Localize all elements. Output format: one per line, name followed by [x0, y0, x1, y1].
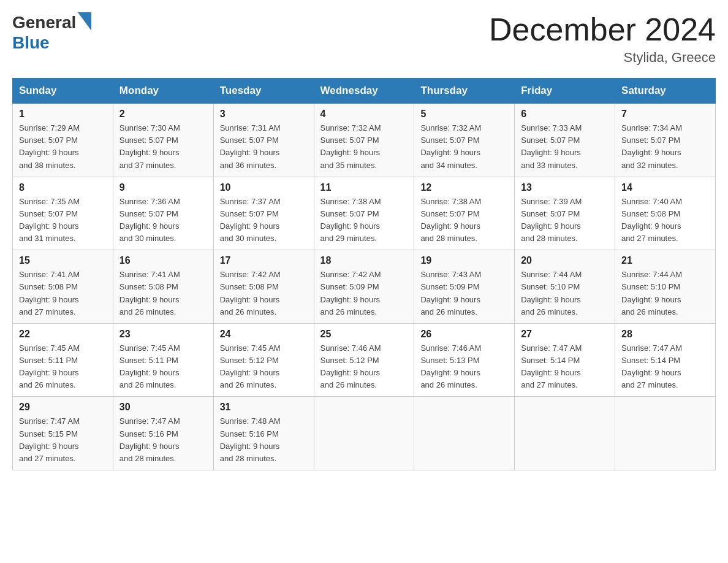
day-number: 14 [621, 182, 709, 193]
day-info: Sunrise: 7:34 AM Sunset: 5:07 PM Dayligh… [621, 122, 709, 172]
day-info: Sunrise: 7:42 AM Sunset: 5:08 PM Dayligh… [220, 269, 308, 318]
day-number: 9 [119, 182, 207, 193]
day-cell: 15 Sunrise: 7:41 AM Sunset: 5:08 PM Dayl… [13, 250, 113, 324]
calendar-header-row: SundayMondayTuesdayWednesdayThursdayFrid… [13, 79, 716, 104]
month-title: December 2024 [489, 12, 716, 47]
day-info: Sunrise: 7:41 AM Sunset: 5:08 PM Dayligh… [19, 269, 107, 318]
day-cell: 3 Sunrise: 7:31 AM Sunset: 5:07 PM Dayli… [213, 104, 314, 177]
header-wednesday: Wednesday [314, 79, 414, 104]
day-info: Sunrise: 7:38 AM Sunset: 5:07 PM Dayligh… [420, 196, 508, 245]
day-info: Sunrise: 7:45 AM Sunset: 5:12 PM Dayligh… [220, 342, 308, 392]
day-info: Sunrise: 7:36 AM Sunset: 5:07 PM Dayligh… [119, 196, 207, 245]
week-row-1: 1 Sunrise: 7:29 AM Sunset: 5:07 PM Dayli… [13, 104, 716, 177]
logo-blue-text: Blue [12, 33, 50, 52]
day-number: 31 [220, 402, 308, 413]
day-info: Sunrise: 7:45 AM Sunset: 5:11 PM Dayligh… [119, 342, 207, 392]
day-info: Sunrise: 7:32 AM Sunset: 5:07 PM Dayligh… [320, 122, 408, 172]
day-number: 11 [320, 182, 408, 193]
day-number: 30 [119, 402, 207, 413]
day-cell: 18 Sunrise: 7:42 AM Sunset: 5:09 PM Dayl… [314, 250, 414, 324]
day-info: Sunrise: 7:47 AM Sunset: 5:14 PM Dayligh… [521, 342, 609, 392]
day-number: 16 [119, 255, 207, 266]
day-info: Sunrise: 7:38 AM Sunset: 5:07 PM Dayligh… [320, 196, 408, 245]
day-number: 1 [19, 109, 107, 120]
day-number: 26 [420, 329, 508, 340]
day-cell: 12 Sunrise: 7:38 AM Sunset: 5:07 PM Dayl… [414, 177, 515, 250]
day-number: 25 [320, 329, 408, 340]
day-number: 8 [19, 182, 107, 193]
header-friday: Friday [515, 79, 615, 104]
day-cell: 16 Sunrise: 7:41 AM Sunset: 5:08 PM Dayl… [113, 250, 213, 324]
day-info: Sunrise: 7:41 AM Sunset: 5:08 PM Dayligh… [119, 269, 207, 318]
day-cell [314, 397, 414, 470]
day-info: Sunrise: 7:44 AM Sunset: 5:10 PM Dayligh… [621, 269, 709, 318]
day-info: Sunrise: 7:40 AM Sunset: 5:08 PM Dayligh… [621, 196, 709, 245]
day-number: 13 [521, 182, 609, 193]
day-info: Sunrise: 7:42 AM Sunset: 5:09 PM Dayligh… [320, 269, 408, 318]
header-tuesday: Tuesday [213, 79, 314, 104]
day-number: 22 [19, 329, 107, 340]
day-number: 18 [320, 255, 408, 266]
day-info: Sunrise: 7:44 AM Sunset: 5:10 PM Dayligh… [521, 269, 609, 318]
day-number: 24 [220, 329, 308, 340]
page-header: General Blue December 2024 Stylida, Gree… [12, 12, 716, 66]
day-cell [515, 397, 615, 470]
day-info: Sunrise: 7:47 AM Sunset: 5:16 PM Dayligh… [119, 415, 207, 465]
day-cell: 17 Sunrise: 7:42 AM Sunset: 5:08 PM Dayl… [213, 250, 314, 324]
day-cell: 26 Sunrise: 7:46 AM Sunset: 5:13 PM Dayl… [414, 323, 515, 397]
day-info: Sunrise: 7:32 AM Sunset: 5:07 PM Dayligh… [420, 122, 508, 172]
day-cell: 20 Sunrise: 7:44 AM Sunset: 5:10 PM Dayl… [515, 250, 615, 324]
day-number: 7 [621, 109, 709, 120]
day-cell: 10 Sunrise: 7:37 AM Sunset: 5:07 PM Dayl… [213, 177, 314, 250]
week-row-2: 8 Sunrise: 7:35 AM Sunset: 5:07 PM Dayli… [13, 177, 716, 250]
day-info: Sunrise: 7:35 AM Sunset: 5:07 PM Dayligh… [19, 196, 107, 245]
header-thursday: Thursday [414, 79, 515, 104]
day-cell: 5 Sunrise: 7:32 AM Sunset: 5:07 PM Dayli… [414, 104, 515, 177]
day-info: Sunrise: 7:47 AM Sunset: 5:15 PM Dayligh… [19, 415, 107, 465]
day-cell: 27 Sunrise: 7:47 AM Sunset: 5:14 PM Dayl… [515, 323, 615, 397]
day-number: 19 [420, 255, 508, 266]
day-number: 23 [119, 329, 207, 340]
day-number: 21 [621, 255, 709, 266]
day-number: 17 [220, 255, 308, 266]
day-info: Sunrise: 7:39 AM Sunset: 5:07 PM Dayligh… [521, 196, 609, 245]
day-number: 4 [320, 109, 408, 120]
day-cell: 7 Sunrise: 7:34 AM Sunset: 5:07 PM Dayli… [615, 104, 716, 177]
day-info: Sunrise: 7:37 AM Sunset: 5:07 PM Dayligh… [220, 196, 308, 245]
day-cell [615, 397, 716, 470]
week-row-5: 29 Sunrise: 7:47 AM Sunset: 5:15 PM Dayl… [13, 397, 716, 470]
day-info: Sunrise: 7:46 AM Sunset: 5:13 PM Dayligh… [420, 342, 508, 392]
day-number: 2 [119, 109, 207, 120]
location-title: Stylida, Greece [489, 50, 716, 66]
day-cell: 30 Sunrise: 7:47 AM Sunset: 5:16 PM Dayl… [113, 397, 213, 470]
logo: General Blue [12, 12, 91, 53]
day-info: Sunrise: 7:30 AM Sunset: 5:07 PM Dayligh… [119, 122, 207, 172]
day-cell: 11 Sunrise: 7:38 AM Sunset: 5:07 PM Dayl… [314, 177, 414, 250]
day-number: 29 [19, 402, 107, 413]
day-cell: 23 Sunrise: 7:45 AM Sunset: 5:11 PM Dayl… [113, 323, 213, 397]
day-cell: 2 Sunrise: 7:30 AM Sunset: 5:07 PM Dayli… [113, 104, 213, 177]
day-cell: 14 Sunrise: 7:40 AM Sunset: 5:08 PM Dayl… [615, 177, 716, 250]
week-row-4: 22 Sunrise: 7:45 AM Sunset: 5:11 PM Dayl… [13, 323, 716, 397]
day-number: 28 [621, 329, 709, 340]
logo-general-text: General [12, 13, 76, 33]
day-number: 10 [220, 182, 308, 193]
day-cell: 8 Sunrise: 7:35 AM Sunset: 5:07 PM Dayli… [13, 177, 113, 250]
header-sunday: Sunday [13, 79, 113, 104]
svg-marker-0 [78, 12, 91, 31]
day-cell: 9 Sunrise: 7:36 AM Sunset: 5:07 PM Dayli… [113, 177, 213, 250]
day-cell: 4 Sunrise: 7:32 AM Sunset: 5:07 PM Dayli… [314, 104, 414, 177]
day-cell: 25 Sunrise: 7:46 AM Sunset: 5:12 PM Dayl… [314, 323, 414, 397]
day-number: 5 [420, 109, 508, 120]
header-saturday: Saturday [615, 79, 716, 104]
day-cell: 13 Sunrise: 7:39 AM Sunset: 5:07 PM Dayl… [515, 177, 615, 250]
day-number: 12 [420, 182, 508, 193]
day-cell: 24 Sunrise: 7:45 AM Sunset: 5:12 PM Dayl… [213, 323, 314, 397]
day-cell: 28 Sunrise: 7:47 AM Sunset: 5:14 PM Dayl… [615, 323, 716, 397]
day-cell: 6 Sunrise: 7:33 AM Sunset: 5:07 PM Dayli… [515, 104, 615, 177]
day-cell: 1 Sunrise: 7:29 AM Sunset: 5:07 PM Dayli… [13, 104, 113, 177]
day-number: 27 [521, 329, 609, 340]
day-info: Sunrise: 7:31 AM Sunset: 5:07 PM Dayligh… [220, 122, 308, 172]
day-info: Sunrise: 7:29 AM Sunset: 5:07 PM Dayligh… [19, 122, 107, 172]
day-info: Sunrise: 7:46 AM Sunset: 5:12 PM Dayligh… [320, 342, 408, 392]
